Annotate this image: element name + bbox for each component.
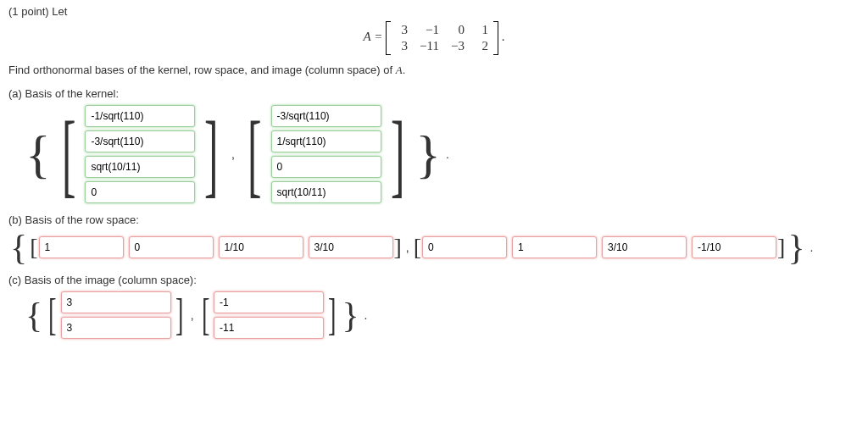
close-brace-icon: } [786, 230, 806, 265]
close-bracket-icon: ] [776, 235, 786, 259]
rowspace-v2-c3[interactable] [602, 236, 687, 258]
image-v1-c1[interactable] [61, 291, 171, 313]
kernel-v1-c1[interactable] [85, 105, 195, 127]
kernel-v2-c1[interactable] [271, 105, 381, 127]
kernel-v1-c3[interactable] [85, 156, 195, 178]
rowspace-v1-c1[interactable] [39, 236, 124, 258]
matrix-left-bracket [386, 21, 391, 55]
vector-separator: , [187, 308, 198, 322]
part-b-set: { [ ] , [ ] } . [8, 230, 860, 265]
open-bracket-icon: [ [29, 235, 38, 259]
matrix-trail: . [502, 30, 505, 43]
rowspace-v1-c4[interactable] [309, 236, 393, 258]
kernel-v1-c4[interactable] [85, 181, 195, 203]
rowspace-v1-c3[interactable] [219, 236, 303, 258]
rowspace-v1-c2[interactable] [129, 236, 214, 258]
part-c-set: { [ ] , [ ] } . [8, 290, 860, 341]
part-c-label: (c) Basis of the image (column space): [8, 274, 860, 286]
open-bracket-icon: [ [201, 293, 210, 337]
rowspace-v2-c2[interactable] [512, 236, 597, 258]
close-brace-icon: } [414, 128, 442, 180]
vector-separator: , [403, 241, 413, 254]
image-v1-c2[interactable] [61, 317, 171, 339]
instruction-text: Find orthonormal bases of the kernel, ro… [8, 64, 860, 77]
rowspace-v2-c4[interactable] [692, 236, 776, 258]
rowspace-v2-c1[interactable] [422, 236, 507, 258]
close-bracket-icon: ] [175, 293, 184, 337]
open-bracket-icon: [ [61, 108, 75, 201]
kernel-v2-c3[interactable] [271, 156, 381, 178]
period: . [807, 241, 814, 254]
close-bracket-icon: ] [393, 235, 403, 259]
open-bracket-icon: [ [248, 108, 262, 201]
close-bracket-icon: ] [327, 293, 337, 337]
part-a-label: (a) Basis of the kernel: [8, 87, 860, 100]
period: . [442, 147, 449, 161]
image-v2-c2[interactable] [214, 317, 324, 339]
close-bracket-icon: ] [390, 108, 404, 201]
open-bracket-icon: [ [48, 293, 58, 337]
vector-separator: , [228, 147, 238, 161]
close-bracket-icon: ] [204, 108, 219, 201]
image-v2-c1[interactable] [214, 291, 324, 313]
open-brace-icon: { [24, 297, 44, 333]
matrix-right-bracket [493, 21, 498, 55]
kernel-v2-c4[interactable] [271, 181, 381, 203]
open-brace-icon: { [24, 128, 53, 180]
points-label: (1 point) Let [8, 5, 860, 18]
matrix-grid: 3 −1 0 1 3 −11 −3 2 [392, 21, 492, 55]
open-bracket-icon: [ [413, 235, 422, 259]
kernel-v1-c2[interactable] [85, 130, 195, 152]
close-brace-icon: } [340, 297, 360, 333]
open-brace-icon: { [8, 230, 29, 265]
kernel-v2-c2[interactable] [271, 130, 381, 152]
part-a-set: { [ ] , [ ] } . [8, 103, 860, 205]
matrix-equation: A = 3 −1 0 1 3 −11 −3 2 . [8, 21, 860, 55]
matrix-lhs: A = [364, 30, 383, 43]
period: . [361, 308, 368, 322]
part-b-label: (b) Basis of the row space: [8, 213, 860, 226]
